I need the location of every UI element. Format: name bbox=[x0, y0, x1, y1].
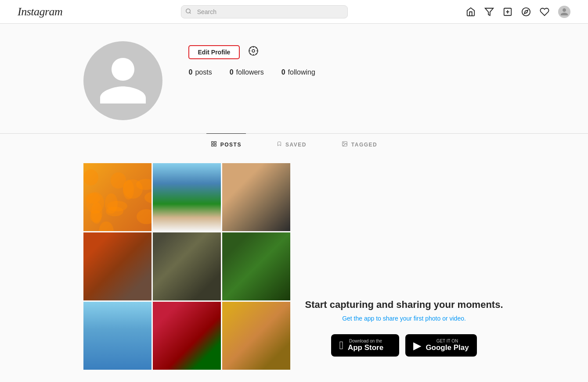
app-store-main-text: App Store bbox=[348, 343, 383, 352]
tab-tagged-label: TAGGED bbox=[351, 142, 377, 148]
avatar[interactable] bbox=[558, 6, 570, 18]
apple-icon:  bbox=[339, 339, 343, 352]
new-post-icon[interactable] bbox=[503, 7, 512, 17]
posts-stat[interactable]: 0 posts bbox=[189, 68, 212, 76]
profile-info: Edit Profile 0 posts bbox=[189, 41, 505, 84]
followers-label: followers bbox=[236, 68, 264, 76]
svg-marker-7 bbox=[524, 10, 528, 14]
svg-marker-2 bbox=[485, 8, 493, 15]
home-icon[interactable] bbox=[466, 7, 476, 17]
following-label: following bbox=[288, 68, 315, 76]
svg-rect-18 bbox=[211, 142, 213, 143]
messages-icon[interactable] bbox=[484, 7, 494, 17]
posts-label: posts bbox=[195, 68, 212, 76]
profile-stats: 0 posts 0 followers 0 following bbox=[189, 68, 505, 76]
cta-section: Start capturing and sharing your moments… bbox=[303, 299, 505, 357]
activity-icon[interactable] bbox=[540, 7, 549, 17]
google-play-badge[interactable]: ▶ GET IT ON Google Play bbox=[405, 334, 476, 357]
photo-cell-9[interactable] bbox=[222, 302, 290, 370]
google-play-pre-text: GET IT ON bbox=[426, 339, 469, 343]
profile-top-row: Edit Profile bbox=[189, 46, 505, 59]
app-badges:  Download on the App Store ▶ GET IT ON … bbox=[303, 334, 505, 357]
posts-count: 0 bbox=[189, 68, 193, 76]
search-icon bbox=[185, 8, 191, 15]
search-container bbox=[181, 5, 348, 18]
tab-posts-label: POSTS bbox=[220, 142, 242, 148]
svg-line-1 bbox=[189, 12, 191, 14]
profile-avatar-wrapper bbox=[83, 41, 162, 120]
app-store-badge[interactable]:  Download on the App Store bbox=[331, 334, 399, 357]
following-count: 0 bbox=[281, 68, 285, 76]
followers-count: 0 bbox=[230, 68, 234, 76]
photo-grid bbox=[83, 163, 290, 370]
explore-icon[interactable] bbox=[521, 7, 531, 17]
svg-point-23 bbox=[343, 143, 344, 143]
profile-section: Edit Profile 0 posts bbox=[75, 24, 514, 129]
tabs-row: POSTS SAVED TAGGED bbox=[75, 134, 514, 154]
svg-rect-21 bbox=[214, 144, 216, 146]
photo-cell-6[interactable] bbox=[222, 232, 290, 300]
followers-stat[interactable]: 0 followers bbox=[230, 68, 264, 76]
search-input[interactable] bbox=[181, 5, 348, 18]
svg-point-0 bbox=[186, 9, 190, 13]
main-content: Start capturing and sharing your moments… bbox=[75, 154, 514, 378]
tab-saved-label: SAVED bbox=[285, 142, 307, 148]
cta-title: Start capturing and sharing your moments… bbox=[303, 299, 505, 311]
edit-profile-button[interactable]: Edit Profile bbox=[189, 46, 240, 59]
photo-cell-3[interactable] bbox=[222, 163, 290, 231]
tab-tagged[interactable]: TAGGED bbox=[337, 133, 382, 154]
profile-avatar[interactable] bbox=[83, 41, 162, 120]
right-panel: Start capturing and sharing your moments… bbox=[303, 163, 505, 370]
cta-subtitle: Get the app to share your first photo or… bbox=[303, 315, 505, 322]
settings-icon[interactable] bbox=[248, 46, 259, 59]
photo-cell-5[interactable] bbox=[153, 232, 221, 300]
svg-point-6 bbox=[522, 7, 530, 15]
google-play-text: GET IT ON Google Play bbox=[426, 339, 469, 352]
photo-cell-1[interactable] bbox=[83, 163, 152, 231]
header-nav bbox=[466, 6, 570, 18]
bookmark-icon bbox=[277, 141, 282, 148]
photo-cell-8[interactable] bbox=[153, 302, 221, 370]
tabs-border: POSTS SAVED TAGGED bbox=[0, 133, 588, 154]
google-play-icon: ▶ bbox=[413, 339, 421, 352]
tab-saved[interactable]: SAVED bbox=[272, 133, 311, 154]
svg-point-9 bbox=[252, 50, 255, 52]
tag-icon bbox=[342, 141, 348, 148]
photo-cell-2[interactable] bbox=[153, 163, 221, 231]
google-play-main-text: Google Play bbox=[426, 343, 469, 352]
app-store-text: Download on the App Store bbox=[348, 339, 383, 352]
photo-cell-4[interactable] bbox=[83, 232, 152, 300]
photo-cell-7[interactable] bbox=[83, 302, 152, 370]
svg-rect-20 bbox=[211, 144, 213, 146]
header: Instagram bbox=[0, 0, 588, 24]
app-store-pre-text: Download on the bbox=[348, 339, 383, 343]
svg-rect-19 bbox=[214, 142, 216, 143]
following-stat[interactable]: 0 following bbox=[281, 68, 315, 76]
instagram-logo: Instagram bbox=[18, 5, 62, 18]
grid-icon bbox=[211, 141, 217, 148]
tab-posts[interactable]: POSTS bbox=[206, 133, 246, 154]
